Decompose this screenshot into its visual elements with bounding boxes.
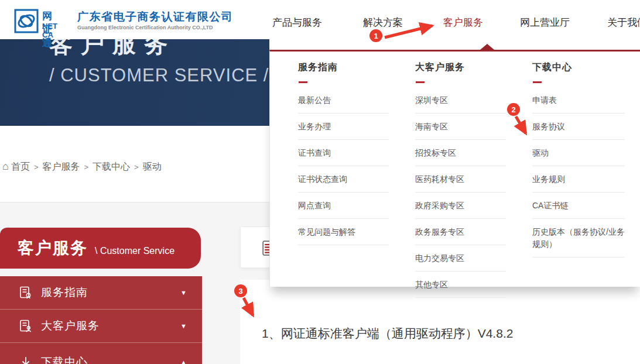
mega-menu-dropdown: 服务指南 最新公告 业务办理 证书查询 证书状态查询 网点查询 常见问题与解答 … <box>269 39 640 287</box>
sidebar-menu: 服务指南 ▼ 大客户服务 ▼ 下载中心 ▲ <box>0 276 202 364</box>
breadcrumb: ⌂首页>客户服务>下载中心>驱动 <box>2 160 162 173</box>
sidebar-title-en: \ Customer Service <box>95 246 174 256</box>
company-name-en: Guangdong Electronic Certification Autho… <box>77 25 213 30</box>
mega-item-gov-services-zone[interactable]: 政务服务专区 <box>415 219 506 245</box>
mega-col-title: 服务指南 <box>298 61 389 74</box>
vip-doc-icon <box>19 319 33 333</box>
red-dash <box>533 81 542 83</box>
mega-item-certificate-status-query[interactable]: 证书状态查询 <box>298 166 389 193</box>
nav-item-online-hall[interactable]: 网上营业厅 <box>520 16 570 29</box>
sidebar-item-label: 服务指南 <box>41 285 88 300</box>
banner-subtitle: / CUSTOMER SERVICE / <box>49 65 269 86</box>
download-icon <box>19 355 33 364</box>
home-icon[interactable]: ⌂ <box>2 160 9 172</box>
sidebar-header: 客户服务 \ Customer Service <box>0 228 201 269</box>
banner-title: 客户服务 <box>49 39 176 57</box>
mega-col-download-center: 下载中心 申请表 服务协议 驱动 业务规则 CA证书链 历史版本（服务协议/业务… <box>532 61 625 257</box>
mega-item-certificate-query[interactable]: 证书查询 <box>298 140 389 166</box>
company-name-cn: 广东省电子商务认证有限公司 <box>77 9 234 25</box>
mega-col-title: 大客户服务 <box>415 61 506 74</box>
mega-item-business-handling[interactable]: 业务办理 <box>298 114 389 140</box>
chevron-down-icon[interactable]: ▼ <box>180 322 187 329</box>
dropdown-notch <box>480 44 494 50</box>
mega-item-ca-cert-chain[interactable]: CA证书链 <box>532 193 625 219</box>
logo-text-en: NET CA <box>42 22 57 39</box>
certificate-doc-icon <box>19 286 33 300</box>
mega-item-other-zones[interactable]: 其他专区 <box>415 272 506 298</box>
mega-item-branch-query[interactable]: 网点查询 <box>298 193 389 219</box>
chevron-down-icon[interactable]: ▼ <box>180 289 187 296</box>
nav-item-about-us[interactable]: 关于我们 <box>607 16 640 29</box>
sidebar-item-download-center[interactable]: 下载中心 ▲ <box>0 343 202 364</box>
mega-item-bidding-zone[interactable]: 招投标专区 <box>415 140 506 166</box>
content-heading: 1、网证通标准客户端（通用驱动程序）V4.8.2 <box>262 325 513 342</box>
netca-logo-icon <box>14 9 39 33</box>
mega-item-medical-supplies-zone[interactable]: 医药耗材专区 <box>415 166 506 193</box>
mega-item-power-trading-zone[interactable]: 电力交易专区 <box>415 245 506 272</box>
mega-col-key-accounts: 大客户服务 深圳专区 海南专区 招投标专区 医药耗材专区 政府采购专区 政务服务… <box>415 61 506 298</box>
mega-item-hainan-zone[interactable]: 海南专区 <box>415 114 506 140</box>
sidebar-title: 客户服务 <box>18 237 88 259</box>
nav-item-solutions[interactable]: 解决方案 <box>363 16 403 29</box>
mega-item-shenzhen-zone[interactable]: 深圳专区 <box>415 87 506 114</box>
breadcrumb-home[interactable]: 首页 <box>11 162 30 171</box>
mega-item-latest-announcements[interactable]: 最新公告 <box>298 87 389 114</box>
mega-item-gov-procurement-zone[interactable]: 政府采购专区 <box>415 193 506 219</box>
mega-col-title: 下载中心 <box>532 61 625 74</box>
sidebar-item-service-guide[interactable]: 服务指南 ▼ <box>0 276 202 310</box>
mega-item-application-form[interactable]: 申请表 <box>532 87 625 114</box>
mega-item-service-agreement[interactable]: 服务协议 <box>532 114 625 140</box>
mega-col-service-guide: 服务指南 最新公告 业务办理 证书查询 证书状态查询 网点查询 常见问题与解答 <box>298 61 389 245</box>
nav-item-customer-service[interactable]: 客户服务 <box>443 16 483 29</box>
nav-item-products[interactable]: 产品与服务 <box>272 16 322 29</box>
mega-item-historical-versions[interactable]: 历史版本（服务协议/业务规则） <box>532 219 625 257</box>
breadcrumb-separator: > <box>80 163 93 171</box>
breadcrumb-separator: > <box>30 163 43 171</box>
red-dash <box>416 81 425 83</box>
sidebar-item-key-accounts[interactable]: 大客户服务 ▼ <box>0 310 202 343</box>
red-dash <box>299 81 307 83</box>
sidebar-item-label: 大客户服务 <box>41 318 100 334</box>
breadcrumb-separator: > <box>130 163 143 171</box>
breadcrumb-item-driver: 驱动 <box>143 162 162 171</box>
site-header: 网证通 NET CA 广东省电子商务认证有限公司 Guangdong Elect… <box>0 0 640 39</box>
mega-item-business-rules[interactable]: 业务规则 <box>532 166 625 193</box>
chevron-up-icon[interactable]: ▲ <box>180 359 187 364</box>
mega-item-driver[interactable]: 驱动 <box>532 140 625 166</box>
breadcrumb-item-customer-service[interactable]: 客户服务 <box>42 162 80 171</box>
mega-item-faq[interactable]: 常见问题与解答 <box>298 219 389 245</box>
dropdown-panel: 服务指南 最新公告 业务办理 证书查询 证书状态查询 网点查询 常见问题与解答 … <box>269 50 640 287</box>
sidebar-item-label: 下载中心 <box>41 355 88 364</box>
breadcrumb-item-download-center[interactable]: 下载中心 <box>93 162 130 171</box>
page: 客户服务 / CUSTOMER SERVICE / 1、网证通标准客户端（通用驱… <box>0 0 640 364</box>
